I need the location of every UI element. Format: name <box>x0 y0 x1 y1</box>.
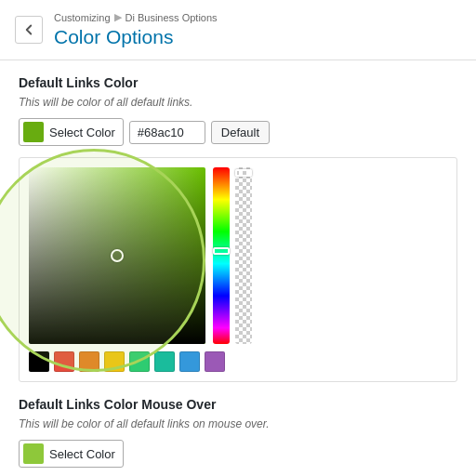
breadcrumb-customizing: Customizing <box>54 12 111 23</box>
panel: Customizing ▶ Di Business Options Color … <box>0 0 476 476</box>
swatch-red[interactable] <box>54 351 74 372</box>
picker-cursor <box>111 249 124 262</box>
alpha-thumb <box>235 169 252 177</box>
back-button[interactable] <box>15 16 43 44</box>
color-control-row-2: Select Color <box>19 440 457 468</box>
breadcrumb: Customizing ▶ Di Business Options <box>54 11 218 23</box>
swatches-row <box>29 351 447 372</box>
swatch-purple[interactable] <box>205 351 225 372</box>
alpha-slider[interactable] <box>235 167 252 344</box>
select-color-button-1[interactable]: Select Color <box>19 118 124 146</box>
breadcrumb-di-business: Di Business Options <box>126 12 218 23</box>
hex-input-1[interactable] <box>129 121 205 144</box>
section1-title: Default Links Color <box>19 75 457 90</box>
swatch-black[interactable] <box>29 351 49 372</box>
header: Customizing ▶ Di Business Options Color … <box>0 0 476 60</box>
page-title: Color Options <box>54 26 218 48</box>
default-button-1[interactable]: Default <box>211 121 270 144</box>
select-color-button-2[interactable]: Select Color <box>19 440 124 468</box>
color-swatch-preview-1 <box>23 122 44 142</box>
swatch-green[interactable] <box>129 351 150 372</box>
header-text: Customizing ▶ Di Business Options Color … <box>54 11 218 48</box>
sliders-col <box>213 167 252 344</box>
content-area: Default Links Color This will be color o… <box>0 60 476 476</box>
gradient-box[interactable] <box>29 167 205 344</box>
color-picker-popup <box>19 157 457 382</box>
picker-inner <box>29 167 447 344</box>
select-color-label-2: Select Color <box>49 447 115 461</box>
swatch-blue[interactable] <box>179 351 200 372</box>
color-control-row-1: Select Color Default <box>19 118 457 146</box>
swatch-orange[interactable] <box>79 351 99 372</box>
swatch-teal[interactable] <box>154 351 175 372</box>
section2-desc: This will be color of all default links … <box>19 417 457 430</box>
hue-slider[interactable] <box>213 167 230 344</box>
section1-desc: This will be color of all default links. <box>19 96 457 109</box>
breadcrumb-separator: ▶ <box>114 11 122 23</box>
swatch-yellow[interactable] <box>104 351 125 372</box>
hue-thumb <box>213 247 230 255</box>
color-swatch-preview-2 <box>23 443 44 464</box>
section2-title: Default Links Color Mouse Over <box>19 397 457 412</box>
select-color-label-1: Select Color <box>49 126 115 139</box>
